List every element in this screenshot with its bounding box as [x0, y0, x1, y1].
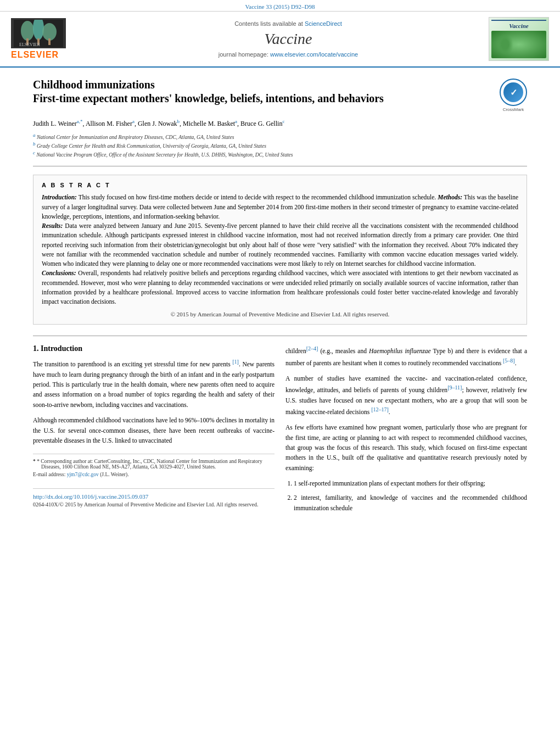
homepage-label: journal homepage:: [219, 51, 268, 58]
right-column: children[2–4] (e.g., measles and Haemoph…: [285, 344, 527, 517]
journal-citation: Vaccine 33 (2015) D92–D98: [245, 3, 315, 10]
affil-a: a National Center for Immunization and R…: [33, 132, 527, 140]
crossmark-label: CrossMark: [500, 107, 527, 112]
numbered-list: 1 self-reported immunization plans of ex…: [294, 478, 527, 513]
left-column: 1. Introduction The transition to parent…: [33, 344, 275, 517]
article-title-text: Childhood immunizations First-time expec…: [33, 79, 500, 105]
author-3: Glen J. Nowakb: [138, 120, 180, 127]
footnote-star-symbol: *: [33, 459, 36, 464]
authors-line: Judith L. Weinera,*, Allison M. Fishera,…: [33, 119, 527, 128]
affil-c-text: National Vaccine Program Office, Office …: [36, 152, 293, 158]
author-4: Michelle M. Basketa: [183, 120, 237, 127]
ref-5-8[interactable]: [5–8]: [503, 358, 515, 364]
footnote-email-label: E-mail address:: [33, 472, 65, 477]
author-1: Judith L. Weinera,*: [33, 120, 83, 127]
page-wrapper: Vaccine 33 (2015) D92–D98 ELSEVIER: [0, 0, 560, 528]
journal-title: Vaccine: [99, 30, 478, 48]
footnote-email-link[interactable]: yjm7@cdc.gov: [67, 472, 99, 477]
svg-point-1: [21, 21, 34, 41]
journal-top-bar: Vaccine 33 (2015) D92–D98: [0, 0, 560, 12]
divider-1: [33, 166, 527, 166]
abstract-copyright: © 2015 by American Journal of Preventive…: [42, 311, 518, 317]
article-title-line2: First-time expectant mothers' knowledge,…: [33, 92, 500, 105]
abstract-conclusions-text: Overall, respondents had relatively posi…: [42, 270, 518, 305]
ref-1[interactable]: [1]: [232, 359, 239, 365]
divider-2: [33, 336, 527, 336]
list-item-1-text: 1 self-reported immunization plans of ex…: [294, 480, 485, 487]
ref-12-17[interactable]: [12–17]: [371, 406, 389, 412]
list-item-1: 1 self-reported immunization plans of ex…: [294, 478, 527, 488]
ref-2-4[interactable]: [2–4]: [306, 345, 318, 352]
article-content: Childhood immunizations First-time expec…: [0, 68, 560, 528]
footnote-star-item: * * Corresponding author at: CarterConsu…: [33, 459, 275, 470]
sciencedirect-link[interactable]: ScienceDirect: [305, 20, 342, 27]
abstract-text: Introduction: This study focused on how …: [42, 193, 518, 306]
author-2: Allison M. Fishera: [86, 120, 135, 127]
affil-b-text: Grady College Center for Health and Risk…: [37, 143, 266, 149]
abstract-label: A B S T R A C T: [42, 182, 518, 188]
crossmark-icon: ✓: [503, 82, 523, 102]
issn-footer: 0264-410X/© 2015 by American Journal of …: [33, 501, 275, 507]
vaccine-cover-title: Vaccine: [509, 23, 528, 29]
ref-9-11[interactable]: [9–11]: [447, 384, 462, 390]
list-item-2-text: 2 interest, familiarity, and knowledge o…: [294, 494, 527, 511]
footnote-star-text: * Corresponding author at: CarterConsult…: [37, 459, 262, 470]
vaccine-journal-cover: Vaccine: [489, 17, 549, 61]
affil-a-text: National Center for Immunization and Res…: [37, 135, 234, 140]
doi-link[interactable]: http://dx.doi.org/10.1016/j.vaccine.2015…: [33, 493, 275, 500]
article-title-line1: Childhood immunizations: [33, 79, 500, 91]
abstract-intro-head: Introduction:: [42, 194, 77, 200]
contents-label: Contents lists available at: [234, 20, 303, 27]
footnotes-section: * * Corresponding author at: CarterConsu…: [33, 454, 275, 477]
sciencedirect-line: Contents lists available at ScienceDirec…: [99, 20, 478, 27]
article-title-section: Childhood immunizations First-time expec…: [33, 79, 527, 112]
right-para2: A number of studies have examined the va…: [285, 373, 527, 417]
abstract-results-head: Results:: [42, 222, 63, 229]
abstract-intro-text: This study focused on how first-time mot…: [79, 194, 436, 200]
elsevier-brand-text: ELSEVIER: [11, 50, 59, 60]
journal-header: ELSEVIER ELSEVIER Contents lists availab…: [0, 12, 560, 68]
section1-para1: The transition to parenthood is an excit…: [33, 358, 275, 410]
abstract-section: A B S T R A C T Introduction: This study…: [33, 175, 527, 325]
affil-c: c National Vaccine Program Office, Offic…: [33, 150, 527, 158]
journal-cover-right: Vaccine: [478, 17, 549, 61]
vaccine-cover-box: Vaccine: [489, 17, 549, 61]
homepage-link[interactable]: www.elsevier.com/locate/vaccine: [270, 51, 358, 58]
body-columns: 1. Introduction The transition to parent…: [33, 344, 527, 517]
crossmark-badge[interactable]: ✓ CrossMark: [500, 79, 527, 112]
abstract-conclusions-head: Conclusions:: [42, 270, 76, 276]
crossmark-circle: ✓: [500, 79, 527, 106]
journal-header-center: Contents lists available at ScienceDirec…: [99, 20, 478, 58]
svg-text:ELSEVIER: ELSEVIER: [19, 42, 40, 47]
elsevier-logo: ELSEVIER ELSEVIER: [11, 18, 99, 60]
publisher-logo: ELSEVIER ELSEVIER: [11, 18, 99, 60]
abstract-methods-head: Methods:: [438, 194, 462, 200]
author-5: Bruce G. Gellinc: [240, 120, 284, 127]
list-item-2: 2 interest, familiarity, and knowledge o…: [294, 493, 527, 513]
footnote-email-item: E-mail address: yjm7@cdc.gov (J.L. Weine…: [33, 472, 275, 477]
bottom-links: http://dx.doi.org/10.1016/j.vaccine.2015…: [33, 488, 275, 507]
svg-point-3: [42, 23, 57, 41]
affil-b: b Grady College Center for Health and Ri…: [33, 141, 527, 149]
elsevier-tree-svg: ELSEVIER: [14, 20, 63, 47]
footnote-email-name: (J.L. Weiner).: [100, 472, 128, 477]
right-para3: As few efforts have examined how pregnan…: [285, 422, 527, 473]
section1-heading: 1. Introduction: [33, 344, 275, 353]
vaccine-cover-image: [491, 31, 546, 58]
right-para1: children[2–4] (e.g., measles and Haemoph…: [285, 344, 527, 367]
elsevier-tree-icon: ELSEVIER: [11, 18, 66, 48]
abstract-results-text: Data were analyzed between January and J…: [42, 222, 518, 267]
section1-para2: Although recommended childhood vaccinati…: [33, 415, 275, 445]
affiliations-section: a National Center for Immunization and R…: [33, 132, 527, 158]
homepage-line: journal homepage: www.elsevier.com/locat…: [99, 51, 478, 58]
vaccine-cover-topbar: [491, 20, 546, 21]
svg-rect-6: [48, 38, 51, 45]
